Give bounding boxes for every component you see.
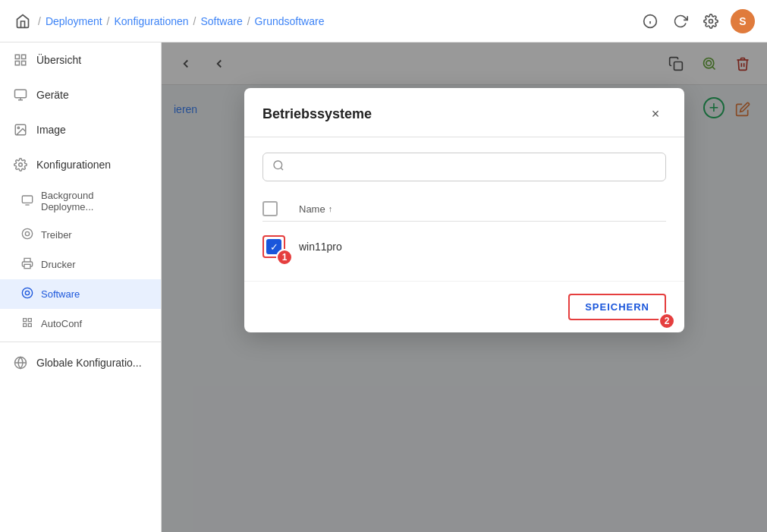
table-header: Name ↑ [262,197,666,222]
sidebar-item-image[interactable]: Image [0,112,161,147]
sidebar-divider [0,342,161,342]
home-icon[interactable] [12,11,33,32]
breadcrumb-konfigurationen[interactable]: Konfigurationen [114,15,188,27]
globe-icon [12,354,29,371]
sidebar-label-globale: Globale Konfiguratio... [36,357,142,369]
background-deploy-icon [21,194,33,209]
main-content: ieren + 1/1 Betriebssysteme × [162,42,767,532]
svg-rect-7 [22,61,26,65]
dialog-close-button[interactable]: × [645,103,666,124]
save-button-wrapper: SPEICHERN 2 [568,294,666,320]
svg-point-20 [22,288,32,297]
svg-rect-14 [22,196,32,203]
sidebar-item-konfigurationen[interactable]: Konfigurationen [0,147,161,182]
grid-icon [12,52,29,68]
dialog-header: Betriebssysteme × [244,88,684,137]
main-layout: Übersicht Geräte Image Konfigurationen [0,42,767,532]
save-button[interactable]: SPEICHERN [568,294,666,320]
breadcrumb-sep-2: / [107,15,110,27]
sidebar-item-globale-konfiguration[interactable]: Globale Konfiguratio... [0,345,161,380]
modal-overlay: Betriebssysteme × [162,42,767,532]
breadcrumb-software[interactable]: Software [200,15,242,27]
svg-rect-18 [24,264,30,268]
breadcrumb: / Deployment / Konfigurationen / Softwar… [12,11,640,32]
user-avatar[interactable]: S [731,9,755,33]
sidebar-label-ubersicht: Übersicht [36,54,81,66]
table-row: 1 win11pro [262,228,666,266]
sort-icon[interactable]: ↑ [328,204,333,213]
breadcrumb-sep-1: / [38,15,41,27]
sidebar-item-background-deployment[interactable]: Background Deployme... [0,182,161,220]
name-header-label: Name [299,203,325,215]
breadcrumb-deployment[interactable]: Deployment [46,15,102,27]
search-input[interactable] [291,161,656,173]
svg-rect-4 [15,55,19,58]
name-column-header: Name ↑ [299,203,666,215]
step-2-badge: 2 [659,313,675,329]
image-icon [12,121,29,138]
svg-point-16 [25,231,29,235]
sidebar-label-treiber: Treiber [41,229,72,241]
row-checkbox-cell: 1 [262,235,299,258]
betriebssysteme-dialog: Betriebssysteme × [244,88,684,332]
select-all-checkbox[interactable] [262,201,278,216]
svg-line-28 [281,168,283,170]
settings-icon[interactable] [700,11,721,32]
step-1-badge: 1 [276,249,293,266]
sidebar-label-gerate: Geräte [36,89,69,101]
software-icon [21,287,33,301]
konfigurationen-icon [12,156,29,173]
sidebar: Übersicht Geräte Image Konfigurationen [0,42,162,532]
select-all-cell [262,201,299,216]
svg-point-27 [274,161,282,169]
sidebar-label-background: Background Deployme... [41,190,149,212]
sidebar-item-gerate[interactable]: Geräte [0,77,161,112]
treiber-icon [21,228,33,242]
breadcrumb-sep-3: / [193,15,196,27]
sidebar-label-drucker: Drucker [41,259,76,270]
breadcrumb-sep-4: / [247,15,250,27]
svg-point-17 [22,228,32,238]
autoconf-icon [21,316,33,331]
sidebar-item-software[interactable]: Software [0,279,161,309]
drucker-icon [21,257,33,272]
row-name: win11pro [299,241,666,253]
sidebar-item-ubersicht[interactable]: Übersicht [0,42,161,77]
checkbox-highlight: 1 [262,235,285,258]
sidebar-label-software: Software [41,288,80,300]
svg-rect-5 [22,55,26,58]
breadcrumb-grundsoftware[interactable]: Grundsoftware [255,15,325,27]
sidebar-label-autoconf: AutoConf [41,318,82,329]
refresh-icon[interactable] [670,11,691,32]
sidebar-label-image: Image [36,124,66,136]
dialog-body: Name ↑ 1 win11pro [244,137,684,281]
dialog-title: Betriebssysteme [262,106,372,122]
svg-rect-6 [15,61,19,65]
info-icon[interactable] [640,11,661,32]
sidebar-item-autoconf[interactable]: AutoConf [0,309,161,338]
svg-point-13 [19,163,23,167]
search-icon [272,159,284,175]
search-box [262,153,666,181]
sidebar-item-treiber[interactable]: Treiber [0,220,161,250]
svg-point-19 [25,291,29,294]
sidebar-item-drucker[interactable]: Drucker [0,250,161,279]
svg-point-3 [709,19,713,23]
dialog-footer: SPEICHERN 2 [244,281,684,332]
sidebar-label-konfigurationen: Konfigurationen [36,159,111,171]
topbar: / Deployment / Konfigurationen / Softwar… [0,0,767,42]
svg-rect-8 [15,90,27,98]
topbar-icons: S [640,9,755,33]
svg-point-12 [17,127,19,128]
monitor-icon [12,87,29,103]
